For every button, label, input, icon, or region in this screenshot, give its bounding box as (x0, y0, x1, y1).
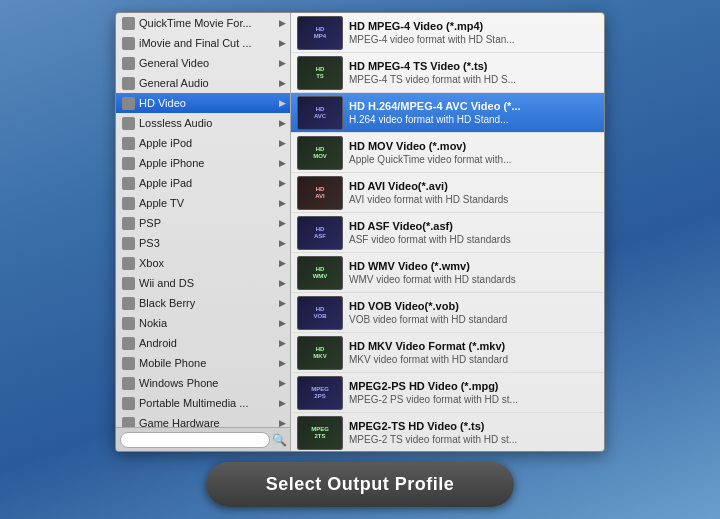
sidebar-item-hd-video[interactable]: HD Video▶ (116, 93, 290, 113)
category-icon (122, 257, 135, 270)
profile-item[interactable]: MPEG 2PSMPEG2-PS HD Video (*.mpg)MPEG-2 … (291, 373, 604, 413)
chevron-right-icon: ▶ (279, 378, 286, 388)
chevron-right-icon: ▶ (279, 338, 286, 348)
category-icon (122, 137, 135, 150)
thumbnail-label: HD MOV (312, 145, 328, 160)
chevron-right-icon: ▶ (279, 138, 286, 148)
sidebar-item-apple-ipad[interactable]: Apple iPad▶ (116, 173, 290, 193)
category-icon (122, 377, 135, 390)
chevron-right-icon: ▶ (279, 238, 286, 248)
thumbnail-label: HD VOB (312, 305, 327, 320)
search-input[interactable] (120, 432, 270, 448)
sidebar-item-general-audio[interactable]: General Audio▶ (116, 73, 290, 93)
thumbnail-inner: HD AVI (298, 177, 342, 209)
category-label: Lossless Audio (139, 117, 277, 129)
sidebar-item-game-hardware[interactable]: Game Hardware▶ (116, 413, 290, 427)
chevron-right-icon: ▶ (279, 38, 286, 48)
category-label: Nokia (139, 317, 277, 329)
sidebar-item-portable[interactable]: Portable Multimedia ...▶ (116, 393, 290, 413)
profile-item[interactable]: HD AVCHD H.264/MPEG-4 AVC Video (*...H.2… (291, 93, 604, 133)
thumbnail-inner: HD MOV (298, 137, 342, 169)
profile-description: MKV video format with HD standard (349, 354, 598, 366)
category-icon (122, 197, 135, 210)
sidebar-item-blackberry[interactable]: Black Berry▶ (116, 293, 290, 313)
chevron-right-icon: ▶ (279, 358, 286, 368)
profile-thumbnail: HD WMV (297, 256, 343, 290)
sidebar-item-apple-ipod[interactable]: Apple iPod▶ (116, 133, 290, 153)
profile-thumbnail: HD TS (297, 56, 343, 90)
category-icon (122, 237, 135, 250)
sidebar-item-imovie[interactable]: iMovie and Final Cut ...▶ (116, 33, 290, 53)
category-label: iMovie and Final Cut ... (139, 37, 277, 49)
category-icon (122, 217, 135, 230)
profile-item[interactable]: HD ASFHD ASF Video(*.asf)ASF video forma… (291, 213, 604, 253)
profile-thumbnail: HD ASF (297, 216, 343, 250)
thumbnail-inner: HD WMV (298, 257, 342, 289)
sidebar-item-wii[interactable]: Wii and DS▶ (116, 273, 290, 293)
chevron-right-icon: ▶ (279, 298, 286, 308)
search-icon[interactable]: 🔍 (272, 433, 286, 447)
profile-title: MPEG2-TS HD Video (*.ts) (349, 419, 598, 433)
sidebar-item-lossless-audio[interactable]: Lossless Audio▶ (116, 113, 290, 133)
sidebar-item-psp[interactable]: PSP▶ (116, 213, 290, 233)
category-icon (122, 37, 135, 50)
chevron-right-icon: ▶ (279, 58, 286, 68)
sidebar-item-mobile[interactable]: Mobile Phone▶ (116, 353, 290, 373)
category-label: PSP (139, 217, 277, 229)
thumbnail-label: HD ASF (313, 225, 327, 240)
thumbnail-inner: HD TS (298, 57, 342, 89)
sidebar-item-android[interactable]: Android▶ (116, 333, 290, 353)
profile-description: H.264 video format with HD Stand... (349, 114, 598, 126)
sidebar-item-apple-tv[interactable]: Apple TV▶ (116, 193, 290, 213)
chevron-right-icon: ▶ (279, 18, 286, 28)
profile-item[interactable]: HD TSHD MPEG-4 TS Video (*.ts)MPEG-4 TS … (291, 53, 604, 93)
profile-description: MPEG-4 TS video format with HD S... (349, 74, 598, 86)
profile-title: HD AVI Video(*.avi) (349, 179, 598, 193)
chevron-right-icon: ▶ (279, 218, 286, 228)
profile-item[interactable]: HD AVIHD AVI Video(*.avi)AVI video forma… (291, 173, 604, 213)
sidebar-item-windows-phone[interactable]: Windows Phone▶ (116, 373, 290, 393)
sidebar-item-xbox[interactable]: Xbox▶ (116, 253, 290, 273)
profile-title: HD ASF Video(*.asf) (349, 219, 598, 233)
thumbnail-inner: HD MP4 (298, 17, 342, 49)
category-label: PS3 (139, 237, 277, 249)
profile-thumbnail: HD MP4 (297, 16, 343, 50)
category-icon (122, 157, 135, 170)
profile-item[interactable]: HD MP4HD MPEG-4 Video (*.mp4)MPEG-4 vide… (291, 13, 604, 53)
thumbnail-inner: HD VOB (298, 297, 342, 329)
profile-title: HD MOV Video (*.mov) (349, 139, 598, 153)
profile-item[interactable]: HD MKVHD MKV Video Format (*.mkv)MKV vid… (291, 333, 604, 373)
profile-description: WMV video format with HD standards (349, 274, 598, 286)
category-panel: QuickTime Movie For...▶iMovie and Final … (116, 13, 291, 451)
profile-text: HD MPEG-4 TS Video (*.ts)MPEG-4 TS video… (349, 59, 598, 85)
profile-item[interactable]: HD WMVHD WMV Video (*.wmv)WMV video form… (291, 253, 604, 293)
thumbnail-inner: MPEG 2TS (298, 417, 342, 449)
chevron-right-icon: ▶ (279, 178, 286, 188)
profile-description: MPEG-4 video format with HD Stan... (349, 34, 598, 46)
sidebar-item-apple-iphone[interactable]: Apple iPhone▶ (116, 153, 290, 173)
bottom-bar: Select Output Profile (0, 456, 720, 512)
category-icon (122, 57, 135, 70)
profile-item[interactable]: HD MOVHD MOV Video (*.mov)Apple QuickTim… (291, 133, 604, 173)
profile-list: HD MP4HD MPEG-4 Video (*.mp4)MPEG-4 vide… (291, 13, 604, 451)
sidebar-item-ps3[interactable]: PS3▶ (116, 233, 290, 253)
category-label: Android (139, 337, 277, 349)
profiles-panel: HD MP4HD MPEG-4 Video (*.mp4)MPEG-4 vide… (291, 13, 604, 451)
profile-title: HD MKV Video Format (*.mkv) (349, 339, 598, 353)
category-label: Wii and DS (139, 277, 277, 289)
sidebar-item-nokia[interactable]: Nokia▶ (116, 313, 290, 333)
category-label: Apple iPad (139, 177, 277, 189)
category-icon (122, 117, 135, 130)
profile-item[interactable]: HD VOBHD VOB Video(*.vob)VOB video forma… (291, 293, 604, 333)
profile-title: HD MPEG-4 Video (*.mp4) (349, 19, 598, 33)
chevron-right-icon: ▶ (279, 278, 286, 288)
profile-text: HD AVI Video(*.avi)AVI video format with… (349, 179, 598, 205)
profile-thumbnail: HD MKV (297, 336, 343, 370)
category-label: Portable Multimedia ... (139, 397, 277, 409)
category-icon (122, 417, 135, 428)
sidebar-item-general-video[interactable]: General Video▶ (116, 53, 290, 73)
select-output-button[interactable]: Select Output Profile (206, 462, 515, 507)
profile-item[interactable]: MPEG 2TSMPEG2-TS HD Video (*.ts)MPEG-2 T… (291, 413, 604, 451)
profile-thumbnail: HD MOV (297, 136, 343, 170)
sidebar-item-quicktime[interactable]: QuickTime Movie For...▶ (116, 13, 290, 33)
